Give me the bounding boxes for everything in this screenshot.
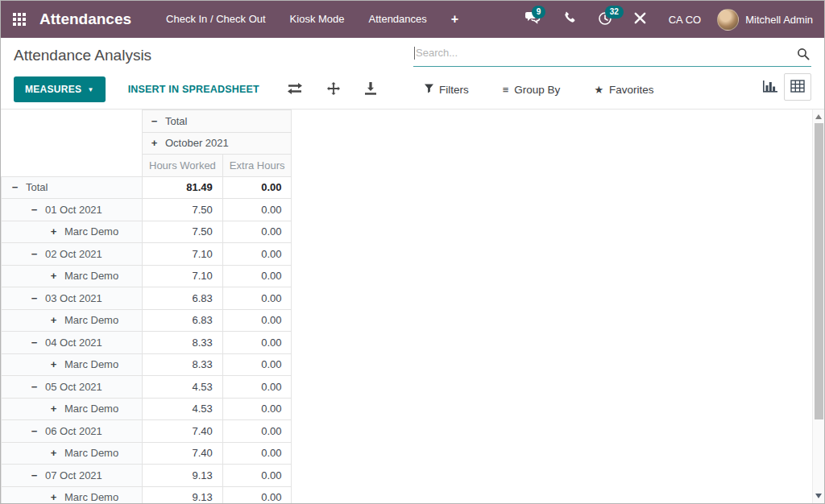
pivot-cell: 81.49 xyxy=(143,176,223,199)
tools-button[interactable] xyxy=(623,1,657,38)
expander-icon: + xyxy=(48,358,59,370)
text-caret xyxy=(414,47,415,60)
pivot-cell: 6.83 xyxy=(143,309,223,332)
col-header-total[interactable]: −Total xyxy=(143,110,292,133)
apps-menu-button[interactable] xyxy=(1,1,38,38)
user-avatar xyxy=(717,9,739,31)
app-brand[interactable]: Attendances xyxy=(39,10,131,28)
expander-icon: + xyxy=(48,225,59,238)
pivot-cell: 0.00 xyxy=(222,353,292,376)
user-menu[interactable]: Mitchell Admin xyxy=(712,9,824,31)
pivot-cell: 0.00 xyxy=(222,398,292,420)
bar-chart-icon xyxy=(762,79,778,96)
pivot-cell: 0.00 xyxy=(222,309,292,332)
menu-check-in-check-out[interactable]: Check In / Check Out xyxy=(154,1,278,38)
bar-chart-view-button[interactable] xyxy=(757,73,784,101)
menu-plus[interactable]: + xyxy=(439,1,471,38)
phone-button[interactable] xyxy=(553,1,587,38)
expander-icon: − xyxy=(29,248,39,260)
pivot-table: −Total +October 2021 Hours Worked Extra … xyxy=(1,109,292,503)
pivot-cell: 7.10 xyxy=(143,265,223,287)
pivot-row: +Marc Demo 7.10 0.00 xyxy=(2,265,292,287)
pivot-cell: 7.40 xyxy=(143,442,223,465)
activities-badge: 32 xyxy=(605,6,624,19)
pivot-row: +Marc Demo 8.33 0.00 xyxy=(2,353,292,376)
pivot-cell: 0.00 xyxy=(222,465,292,487)
messages-button[interactable]: 9 xyxy=(514,1,553,38)
pivot-row-header[interactable]: −04 Oct 2021 xyxy=(2,332,143,354)
flip-axis-icon xyxy=(288,83,302,97)
breadcrumb-row: Attendance Analysis xyxy=(1,38,824,73)
pivot-cell: 0.00 xyxy=(222,265,292,287)
expander-icon: + xyxy=(48,314,59,326)
insert-in-spreadsheet-button[interactable]: INSERT IN SPREADSHEET xyxy=(123,83,264,96)
expander-icon: + xyxy=(48,447,59,459)
scroll-down-arrow[interactable] xyxy=(815,494,822,498)
pivot-row-header[interactable]: +Marc Demo xyxy=(2,442,143,465)
pivot-row-label: 04 Oct 2021 xyxy=(45,337,102,349)
pivot-row-label: Total xyxy=(26,181,48,193)
pivot-row-header[interactable]: −05 Oct 2021 xyxy=(2,376,143,399)
pivot-row-label: Marc Demo xyxy=(64,358,118,370)
search-input[interactable] xyxy=(413,44,811,64)
pivot-row-header[interactable]: −01 Oct 2021 xyxy=(2,199,143,221)
menu-kiosk-mode[interactable]: Kiosk Mode xyxy=(278,1,357,38)
pivot-row-header[interactable]: −02 Oct 2021 xyxy=(2,243,143,266)
pivot-row-label: Marc Demo xyxy=(64,447,118,459)
download-button[interactable] xyxy=(363,81,378,99)
pivot-row-header[interactable]: +Marc Demo xyxy=(2,309,143,332)
pivot-row: −05 Oct 2021 4.53 0.00 xyxy=(2,376,292,399)
control-panel: MEASURES ▼ INSERT IN SPREADSHEET xyxy=(1,73,824,109)
expander-icon: + xyxy=(48,403,59,415)
pivot-cell: 0.00 xyxy=(222,486,292,503)
pivot-row-label: 03 Oct 2021 xyxy=(45,292,102,304)
measure-header-hours-worked[interactable]: Hours Worked xyxy=(143,155,223,177)
company-switcher[interactable]: CA CO xyxy=(657,14,712,26)
pivot-row-header[interactable]: +Marc Demo xyxy=(2,398,143,420)
pivot-cell: 4.53 xyxy=(143,376,223,399)
activities-button[interactable]: 32 xyxy=(587,1,623,38)
expander-icon: − xyxy=(10,181,20,193)
expander-icon: − xyxy=(29,337,39,349)
pivot-cell: 6.83 xyxy=(143,287,223,310)
filters-button[interactable]: Filters xyxy=(420,83,474,97)
expand-all-button[interactable] xyxy=(325,81,342,99)
pivot-row: −03 Oct 2021 6.83 0.00 xyxy=(2,287,292,310)
pivot-cell: 0.00 xyxy=(222,332,292,354)
pivot-row-header[interactable]: +Marc Demo xyxy=(2,486,143,503)
expander-icon: − xyxy=(29,425,39,437)
pivot-row: −Total 81.49 0.00 xyxy=(2,176,292,199)
flip-axis-button[interactable] xyxy=(286,81,304,98)
expander-icon: − xyxy=(29,469,39,481)
col-header-month[interactable]: +October 2021 xyxy=(143,132,292,155)
top-navbar: Attendances Check In / Check Out Kiosk M… xyxy=(1,1,824,38)
pivot-row: −07 Oct 2021 9.13 0.00 xyxy=(2,465,292,487)
pivot-cell: 9.13 xyxy=(143,465,223,487)
pivot-row-header[interactable]: −06 Oct 2021 xyxy=(2,420,143,443)
topbar-system-tray: 9 32 xyxy=(514,1,824,38)
search-filter-bar: Filters ≡ Group By ★ Favorites xyxy=(420,83,659,97)
group-by-button[interactable]: ≡ Group By xyxy=(498,83,566,97)
pivot-view-button[interactable] xyxy=(784,73,811,101)
favorites-button[interactable]: ★ Favorites xyxy=(589,83,658,97)
apps-grid-icon xyxy=(13,13,26,26)
pivot-cell: 7.40 xyxy=(143,420,223,443)
pivot-row-header[interactable]: +Marc Demo xyxy=(2,265,143,287)
measure-header-extra-hours[interactable]: Extra Hours xyxy=(222,155,292,177)
pivot-row: +Marc Demo 6.83 0.00 xyxy=(2,309,292,332)
scrollbar-thumb[interactable] xyxy=(815,123,823,419)
pivot-cell: 0.00 xyxy=(222,287,292,310)
pivot-row-header[interactable]: −03 Oct 2021 xyxy=(2,287,143,310)
pivot-table-icon xyxy=(790,80,805,95)
crossed-tools-icon xyxy=(633,11,647,27)
pivot-row-header[interactable]: −07 Oct 2021 xyxy=(2,465,143,487)
expander-icon: − xyxy=(29,204,39,216)
pivot-row-label: Marc Demo xyxy=(64,403,118,415)
measures-button[interactable]: MEASURES ▼ xyxy=(14,76,106,102)
pivot-row-header[interactable]: +Marc Demo xyxy=(2,221,143,243)
pivot-cell: 0.00 xyxy=(222,199,292,221)
menu-attendances[interactable]: Attendances xyxy=(357,1,439,38)
pivot-row-header[interactable]: +Marc Demo xyxy=(2,353,143,376)
pivot-row-header[interactable]: −Total xyxy=(2,176,143,199)
scroll-up-arrow[interactable] xyxy=(815,114,822,119)
